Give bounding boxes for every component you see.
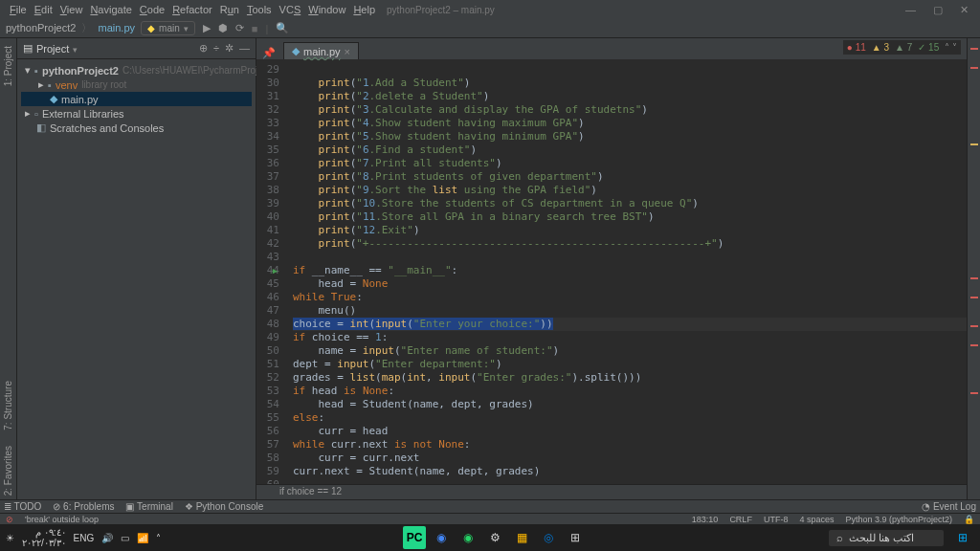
project-panel: ▤ Project ⊕ ÷ ✲ — ▾▪ pythonProject2 C:\U… — [17, 38, 256, 499]
project-tree[interactable]: ▾▪ pythonProject2 C:\Users\HUAWEI\Pychar… — [17, 59, 256, 139]
caret-position[interactable]: 183:10 — [692, 515, 719, 524]
search-icon: ⌕ — [836, 532, 843, 543]
windows-taskbar: ☀ ٠٩:٤٠ م٢٠٢٢/٠٣/٣٠ ENG 🔊 ▭ 📶 ˄ PC ◉ ◉ ⚙… — [0, 524, 980, 551]
taskbar-apps: PC ◉ ◉ ⚙ ▦ ◎ ⊞ — [167, 526, 823, 549]
close-button[interactable]: ✕ — [960, 4, 969, 16]
search-everywhere-icon[interactable]: 🔍 — [276, 22, 289, 34]
settings-taskbar-icon[interactable]: ⚙ — [483, 526, 506, 549]
breadcrumb[interactable]: pythonProject2 〉 main.py — [6, 21, 135, 35]
minimize-button[interactable]: — — [905, 4, 916, 16]
menu-help[interactable]: Help — [353, 4, 375, 15]
file-encoding[interactable]: UTF-8 — [764, 515, 789, 524]
event-log-tool[interactable]: ◔ Event Log — [922, 501, 976, 512]
editor-area: 📌 ◆ main.py × ● 11 ▲ 3 ▲ 7 ✓ 15 ˄ ˅ 2930… — [256, 38, 967, 499]
pin-tab-icon[interactable]: 📌 — [256, 47, 281, 59]
taskbar-search[interactable]: اكتب هنا للبحث ⌕ — [829, 530, 944, 546]
run-config-label: main — [159, 23, 180, 33]
project-root[interactable]: ▾▪ pythonProject2 C:\Users\HUAWEI\Pychar… — [21, 63, 252, 77]
sound-icon[interactable]: 🔊 — [101, 533, 113, 543]
window-title: pythonProject2 – main.py — [387, 5, 495, 15]
breadcrumb-file[interactable]: main.py — [99, 22, 136, 33]
python-icon: ◆ — [147, 23, 155, 33]
weather-widget[interactable]: ☀ — [6, 533, 14, 543]
taskbar-time[interactable]: ٠٩:٤٠ م٢٠٢٢/٠٣/٣٠ — [22, 527, 66, 548]
main-py-file[interactable]: ◆ main.py — [21, 92, 252, 106]
lock-icon[interactable]: 🔒 — [964, 515, 974, 524]
window-controls: — ▢ ✕ — [905, 4, 976, 16]
tray-chevron-icon[interactable]: ˄ — [156, 533, 161, 543]
maximize-button[interactable]: ▢ — [933, 4, 943, 16]
python-file-icon: ◆ — [292, 45, 300, 57]
status-error-icon[interactable]: ⊘ — [6, 515, 13, 524]
whatsapp-taskbar-icon[interactable]: ◉ — [457, 526, 479, 549]
hide-panel-icon[interactable]: — — [239, 42, 250, 55]
pycharm-taskbar-icon[interactable]: PC — [403, 526, 426, 549]
menubar: File Edit View Navigate Code Refactor Ru… — [4, 4, 375, 15]
inspection-indicator[interactable]: ● 11 ▲ 3 ▲ 7 ✓ 15 ˄ ˅ — [843, 40, 961, 55]
breadcrumb-project[interactable]: pythonProject2 — [6, 22, 76, 33]
menu-vcs[interactable]: VCS — [279, 4, 301, 15]
line-gutter[interactable]: 2930313233343536373839404142434445464748… — [256, 59, 283, 484]
divider: | — [265, 23, 268, 34]
wifi-icon[interactable]: 📶 — [137, 533, 148, 543]
menu-tools[interactable]: Tools — [247, 4, 272, 15]
line-separator[interactable]: CRLF — [729, 515, 752, 524]
panel-settings-icon[interactable]: ✲ — [225, 42, 234, 55]
code-editor[interactable]: 2930313233343536373839404142434445464748… — [256, 59, 967, 484]
todo-tool[interactable]: ≣ TODO — [4, 501, 41, 512]
structure-tool-tab[interactable]: 7: Structure — [3, 377, 13, 434]
select-opened-file-icon[interactable]: ⊕ — [199, 42, 208, 55]
chrome-taskbar-icon[interactable]: ◉ — [430, 526, 453, 549]
favorites-tool-tab[interactable]: 2: Favorites — [3, 442, 13, 499]
indent-setting[interactable]: 4 spaces — [799, 515, 834, 524]
menu-run[interactable]: Run — [220, 4, 239, 15]
start-button[interactable]: ⊞ — [951, 526, 974, 549]
run-coverage-icon[interactable]: ⟳ — [235, 22, 244, 34]
language-indicator[interactable]: ENG — [74, 533, 95, 543]
bottom-tool-strip: ≣ TODO ⊘ 6: Problems ▣ Terminal ❖ Python… — [0, 499, 980, 513]
menu-navigate[interactable]: Navigate — [90, 4, 131, 15]
python-console-tool[interactable]: ❖ Python Console — [185, 501, 263, 512]
status-message: 'break' outside loop — [25, 515, 99, 524]
close-tab-icon[interactable]: × — [345, 46, 350, 57]
expand-all-icon[interactable]: ÷ — [213, 42, 219, 55]
battery-icon[interactable]: ▭ — [121, 533, 129, 543]
project-tool-tab[interactable]: 1: Project — [3, 42, 13, 90]
run-config-selector[interactable]: ◆ main — [141, 21, 195, 35]
menu-window[interactable]: Window — [308, 4, 345, 15]
titlebar: File Edit View Navigate Code Refactor Ru… — [0, 0, 980, 19]
external-libraries[interactable]: ▸▫ External Libraries — [21, 106, 252, 121]
code-body[interactable]: print("1.Add a Student") print("2.delete… — [283, 59, 967, 484]
debug-button[interactable]: ⬢ — [218, 22, 228, 34]
explorer-taskbar-icon[interactable]: ▦ — [510, 526, 533, 549]
menu-refactor[interactable]: Refactor — [172, 4, 212, 15]
project-panel-title[interactable]: ▤ Project — [23, 42, 78, 55]
menu-code[interactable]: Code — [140, 4, 165, 15]
run-button[interactable]: ▶ — [203, 22, 211, 34]
editor-tab-label: main.py — [303, 46, 341, 57]
menu-view[interactable]: View — [60, 4, 83, 15]
venv-folder[interactable]: ▸▪ venv library root — [21, 77, 252, 92]
status-bar: ⊘ 'break' outside loop 183:10 CRLF UTF-8… — [0, 513, 980, 524]
navigation-bar: pythonProject2 〉 main.py ◆ main ▶ ⬢ ⟳ ■ … — [0, 19, 980, 38]
menu-edit[interactable]: Edit — [34, 4, 53, 15]
problems-tool[interactable]: ⊘ 6: Problems — [53, 501, 114, 512]
scratches-node[interactable]: ◧ Scratches and Consoles — [21, 121, 252, 135]
menu-file[interactable]: File — [10, 4, 27, 15]
editor-tab-main[interactable]: ◆ main.py × — [283, 42, 359, 59]
interpreter[interactable]: Python 3.9 (pythonProject2) — [845, 515, 952, 524]
marker-bar[interactable] — [967, 38, 980, 499]
terminal-tool[interactable]: ▣ Terminal — [125, 501, 172, 512]
left-tool-strip: 1: Project 7: Structure 2: Favorites — [0, 38, 17, 499]
taskview-taskbar-icon[interactable]: ⊞ — [564, 526, 587, 549]
stop-button[interactable]: ■ — [252, 23, 258, 34]
edge-taskbar-icon[interactable]: ◎ — [537, 526, 560, 549]
code-breadcrumb[interactable]: if choice == 12 — [256, 484, 967, 499]
